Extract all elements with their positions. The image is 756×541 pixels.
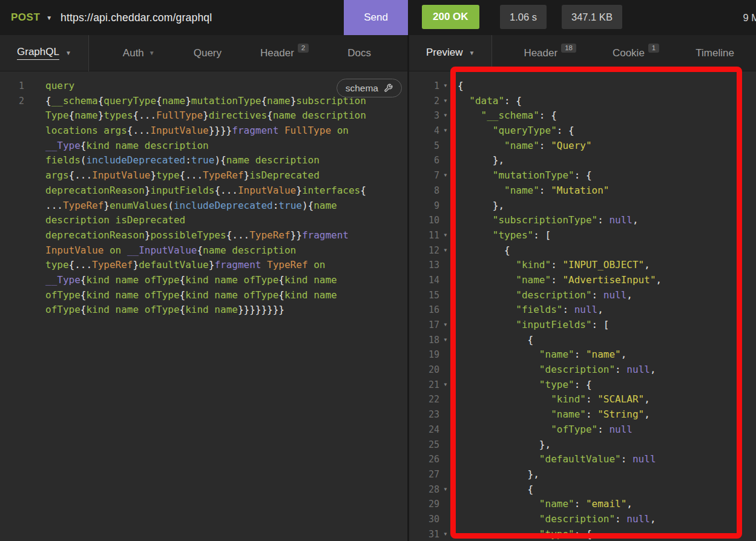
graphql-query-editor[interactable]: 1query2{__schema{queryType{name}mutation… [0,71,407,541]
response-line: 7▼ "mutationType": { [409,168,756,183]
query-line: __Type{kind name description [0,139,407,154]
fold-caret-slot [439,392,452,407]
tab-label: Header [524,47,557,59]
line-number: 15 [409,288,439,303]
response-line: 21▼ "type": { [409,378,756,393]
body-type-label: GraphQL [17,46,59,60]
code-text: }, [452,153,504,168]
fold-caret-slot [439,438,452,453]
tab-label: Query [194,47,222,59]
code-text: "description": null, [452,288,633,303]
line-number: 30 [409,512,439,527]
tab-header[interactable]: Header 2 [255,35,314,71]
line-number [0,273,24,288]
line-number: 2 [409,94,439,109]
response-line: 31▼ "type": { [409,527,756,541]
fold-caret-icon[interactable]: ▼ [439,243,452,258]
code-text: { [452,333,533,348]
tab-count-badge: 1 [648,44,659,53]
query-line: type{...TypeRef}defaultValue}fragment Ty… [0,258,407,273]
code-text: ofType{kind name ofType{kind name ofType… [24,288,337,303]
response-line: 4▼ "queryType": { [409,123,756,139]
fold-caret-icon[interactable]: ▼ [439,123,452,139]
method-label: POST [11,11,40,24]
response-line: 22 "kind": "SCALAR", [409,392,756,407]
tab-docs[interactable]: Docs [343,35,376,71]
fold-caret-slot [439,452,452,467]
fold-caret-icon[interactable]: ▼ [439,378,452,393]
query-line: ofType{kind name ofType{kind name ofType… [0,288,407,303]
fold-caret-icon[interactable]: ▼ [439,482,452,497]
fold-caret-icon[interactable]: ▼ [439,527,452,541]
fold-caret-slot [439,347,452,362]
tab-timeline[interactable]: Timeline [691,35,739,71]
tab-query[interactable]: Query [189,35,226,71]
response-json: 1▼{2▼ "data": {3▼ "__schema": {4▼ "query… [409,79,756,541]
url-input[interactable]: https://api.cheddar.com/graphql [61,0,212,35]
schema-button-label: schema [346,83,378,94]
query-line: ofType{kind name ofType{kind name}}}}}}}… [0,303,407,318]
line-number: 25 [409,438,439,453]
response-line: 12▼ { [409,243,756,258]
code-text: "name": "name", [452,347,626,362]
query-line: deprecationReason}possibleTypes{...TypeR… [0,228,407,243]
fold-caret-icon[interactable]: ▼ [439,94,452,109]
line-number: 10 [409,213,439,228]
line-number: 22 [409,392,439,407]
tab-label: Auth [123,47,144,59]
line-number [0,139,24,154]
fold-caret-slot [439,422,452,438]
response-line: 27 }, [409,467,756,482]
line-number: 21 [409,378,439,393]
line-number: 2 [0,94,24,109]
preview-mode-dropdown[interactable]: Preview ▼ [409,35,491,71]
response-line: 6 }, [409,153,756,168]
schema-button[interactable]: schema [337,79,402,97]
tab-cookie[interactable]: Cookie 1 [608,35,664,71]
tab-auth[interactable]: Auth ▼ [118,35,160,71]
line-number: 18 [409,333,439,348]
code-text: deprecationReason}inputFields{...InputVa… [24,183,366,198]
chevron-down-icon: ▼ [468,50,475,56]
fold-caret-icon[interactable]: ▼ [439,79,452,94]
fold-caret-icon[interactable]: ▼ [439,228,452,243]
tab-label: Docs [347,47,371,59]
tab-count-badge: 2 [298,44,309,53]
tab-response-header[interactable]: Header 18 [519,35,581,71]
line-number: 20 [409,362,439,378]
method-dropdown[interactable]: POST ▼ [11,0,53,35]
fold-caret-icon[interactable]: ▼ [439,168,452,183]
code-text: "mutationType": { [452,168,592,183]
fold-caret-icon[interactable]: ▼ [439,333,452,348]
code-text: { [452,482,533,497]
code-text: { [452,79,464,94]
response-history-dropdown[interactable]: 9 M [743,0,756,35]
query-line: ...TypeRef}enumValues(includeDeprecated:… [0,198,407,214]
fold-caret-icon[interactable]: ▼ [439,318,452,333]
code-text: "description": null, [452,512,656,527]
chevron-down-icon: ▼ [46,15,52,21]
send-button[interactable]: Send [344,0,408,35]
line-number: 11 [409,228,439,243]
code-text: {__schema{queryType{name}mutationType{na… [24,94,366,109]
code-text: }, [452,198,504,214]
response-line: 18▼ { [409,333,756,348]
fold-caret-slot [439,288,452,303]
fold-caret-icon[interactable]: ▼ [439,108,452,123]
line-number: 6 [409,153,439,168]
wrench-icon [384,84,393,93]
query-line: __Type{kind name ofType{kind name ofType… [0,273,407,288]
code-text: "type": { [452,378,592,393]
chevron-down-icon: ▼ [65,50,71,56]
fold-caret-slot [439,139,452,154]
line-number [0,108,24,123]
code-text: "data": { [452,94,522,109]
code-text: "name": "Query" [452,139,592,154]
line-number: 4 [409,123,439,139]
body-type-dropdown[interactable]: GraphQL ▼ [0,35,88,71]
code-text: "type": { [452,527,592,541]
response-preview-pane[interactable]: 1▼{2▼ "data": {3▼ "__schema": {4▼ "query… [409,71,756,541]
status-badge: 200 OK [422,5,479,29]
fold-caret-slot [439,198,452,214]
code-text: }, [452,467,539,482]
